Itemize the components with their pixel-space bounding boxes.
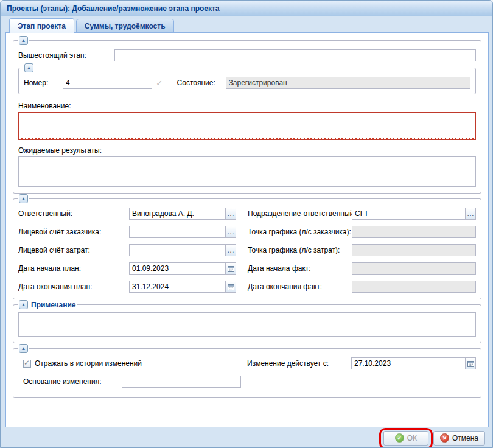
end-date-fact-label: Дата окончания факт: — [236, 282, 352, 291]
department-responsible-label: Подразделение-ответственный: — [236, 209, 352, 218]
responsible-row: Ответственный: … Подразделение-ответстве… — [18, 208, 476, 220]
history-checkbox[interactable]: ✓ — [23, 360, 31, 368]
name-textarea[interactable] — [18, 112, 476, 140]
ellipsis-icon: … — [227, 209, 234, 218]
department-responsible-input[interactable] — [352, 208, 466, 220]
end-date-fact-field — [352, 281, 476, 293]
window-title: Проекты (этапы): Добавление/размножение … — [7, 4, 220, 13]
customer-account-row: Лицевой счёт заказчика: … Точка графика … — [18, 226, 476, 238]
cancel-button-label: Отмена — [452, 434, 478, 443]
customer-schedule-point-field — [352, 226, 476, 238]
parent-stage-row: Вышестоящий этап: — [18, 49, 476, 61]
note-textarea[interactable] — [18, 312, 476, 337]
number-label: Номер: — [24, 79, 63, 87]
change-effective-date-trigger[interactable] — [465, 357, 476, 369]
calendar-icon — [228, 265, 234, 272]
fieldset-note-legend: ▲ Примечание — [18, 300, 77, 309]
cost-schedule-point-field — [352, 244, 476, 256]
cost-account-field: … — [129, 244, 236, 256]
customer-schedule-point-input — [352, 226, 476, 238]
ellipsis-icon: … — [227, 246, 234, 254]
change-reason-row: Основание изменения: — [18, 376, 476, 388]
customer-account-field: … — [129, 226, 236, 238]
end-date-plan-input[interactable] — [129, 281, 226, 293]
tab-stage-label: Этап проекта — [18, 22, 66, 30]
fieldset-number-state: ▲ Номер: ✓ Состояние: — [18, 68, 476, 94]
expected-results-label: Ожидаемые результаты: — [18, 146, 476, 155]
cost-schedule-point-input — [352, 244, 476, 256]
cost-account-input[interactable] — [129, 244, 226, 256]
form-panel: ▲ Вышестоящий этап: ▲ Номер: ✓ Состояние… — [5, 32, 489, 427]
customer-account-lookup-trigger[interactable]: … — [225, 226, 236, 238]
fieldset-main: ▲ Вышестоящий этап: ▲ Номер: ✓ Состояние… — [13, 40, 481, 194]
footer-bar: ✓ ОК ✕ Отмена — [1, 427, 492, 448]
parent-stage-input[interactable] — [114, 49, 476, 61]
ellipsis-icon: … — [227, 228, 234, 236]
fieldset-number-state-legend: ▲ — [23, 63, 35, 72]
title-bar[interactable]: Проекты (этапы): Добавление/размножение … — [1, 1, 492, 16]
fieldset-main-legend: ▲ — [18, 36, 29, 45]
cost-account-label: Лицевой счёт затрат: — [18, 246, 129, 254]
ok-button[interactable]: ✓ ОК — [383, 431, 428, 446]
department-lookup-trigger[interactable]: … — [465, 208, 476, 220]
fieldset-details: ▲ Ответственный: … Подразделение-ответст… — [13, 198, 481, 299]
cost-account-lookup-trigger[interactable]: … — [225, 244, 236, 256]
calendar-icon — [228, 284, 234, 290]
collapse-toggle-icon[interactable]: ▲ — [19, 194, 28, 203]
customer-account-label: Лицевой счёт заказчика: — [18, 228, 129, 236]
number-input[interactable] — [63, 77, 152, 89]
fieldset-history: ▲ ✓ Отражать в истории изменений Изменен… — [13, 348, 481, 398]
ellipsis-icon: … — [467, 209, 474, 218]
end-date-plan-label: Дата окончания план: — [18, 282, 129, 291]
responsible-field: … — [129, 208, 236, 220]
fieldset-note: ▲ Примечание — [13, 304, 481, 343]
ok-icon: ✓ — [395, 433, 404, 443]
cancel-button[interactable]: ✕ Отмена — [433, 431, 485, 446]
number-state-row: Номер: ✓ Состояние: — [24, 77, 470, 89]
end-date-plan-field — [129, 281, 236, 293]
fieldset-history-legend: ▲ — [18, 344, 29, 353]
collapse-toggle-icon[interactable]: ▲ — [19, 344, 28, 353]
dialog-window: Проекты (этапы): Добавление/размножение … — [0, 0, 493, 448]
collapse-toggle-icon[interactable]: ▲ — [24, 63, 33, 72]
check-icon: ✓ — [155, 79, 164, 88]
collapse-toggle-icon[interactable]: ▲ — [19, 300, 28, 309]
start-date-plan-label: Дата начала план: — [18, 264, 129, 273]
ok-button-wrap: ✓ ОК — [383, 431, 428, 446]
end-date-plan-trigger[interactable] — [225, 281, 236, 293]
cost-account-row: Лицевой счёт затрат: … Точка графика (л/… — [18, 244, 476, 256]
tab-bar: Этап проекта Суммы, трудоёмкость — [9, 18, 174, 33]
end-date-row: Дата окончания план: Дата окончания факт… — [18, 281, 476, 293]
tab-sums[interactable]: Суммы, трудоёмкость — [76, 19, 174, 33]
responsible-input[interactable] — [129, 208, 226, 220]
name-label: Наименование: — [18, 102, 476, 110]
tab-stage[interactable]: Этап проекта — [9, 18, 74, 33]
cancel-icon: ✕ — [440, 433, 449, 443]
history-row: ✓ Отражать в истории изменений Изменение… — [18, 357, 476, 369]
start-date-fact-field — [352, 262, 476, 275]
cost-schedule-point-label: Точка графика (л/с затрат): — [236, 246, 352, 254]
start-date-plan-input[interactable] — [129, 262, 226, 275]
change-effective-date-field — [351, 357, 476, 369]
end-date-fact-input — [352, 281, 476, 293]
responsible-label: Ответственный: — [18, 209, 129, 218]
change-reason-input[interactable] — [122, 376, 241, 388]
change-reason-label: Основание изменения: — [23, 377, 122, 386]
note-legend-label: Примечание — [31, 301, 76, 309]
calendar-icon — [467, 360, 474, 367]
state-input — [226, 77, 470, 89]
tab-sums-label: Суммы, трудоёмкость — [85, 22, 166, 30]
checkbox-check-icon: ✓ — [24, 359, 30, 367]
customer-account-input[interactable] — [129, 226, 226, 238]
start-date-plan-trigger[interactable] — [225, 262, 236, 275]
expected-results-textarea[interactable] — [18, 156, 476, 187]
start-date-plan-field — [129, 262, 236, 275]
change-effective-date-input[interactable] — [351, 357, 466, 369]
history-checkbox-label: Отражать в истории изменений — [35, 359, 142, 368]
parent-stage-label: Вышестоящий этап: — [18, 51, 114, 60]
ok-button-label: ОК — [407, 434, 417, 443]
change-effective-date-label: Изменение действует с: — [236, 359, 351, 368]
start-date-fact-input — [352, 262, 476, 275]
collapse-toggle-icon[interactable]: ▲ — [19, 36, 28, 45]
responsible-lookup-trigger[interactable]: … — [225, 208, 236, 220]
